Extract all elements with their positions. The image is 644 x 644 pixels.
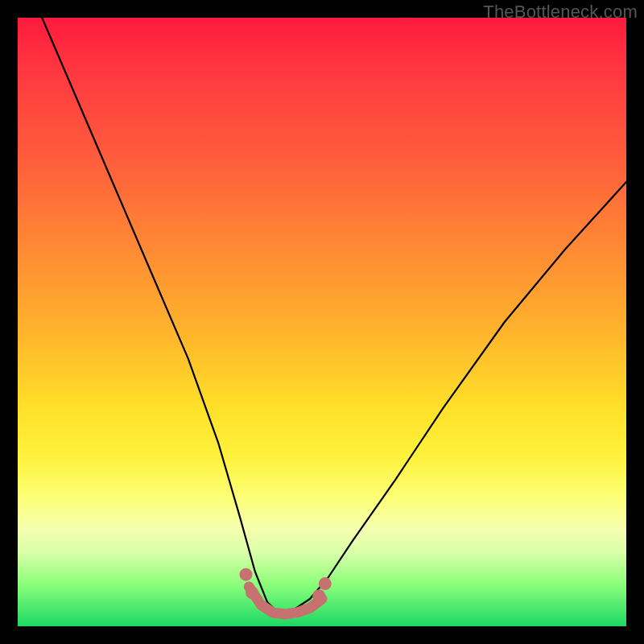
plot-area [18,18,626,626]
chart-frame: TheBottleneck.com [0,0,644,644]
highlight-dot [312,589,325,602]
highlight-dot [319,577,332,590]
highlight-segment [249,587,322,614]
bottleneck-curve [42,18,626,614]
highlight-dot [240,568,253,581]
highlight-dot [246,586,258,599]
curve-layer [18,18,626,626]
